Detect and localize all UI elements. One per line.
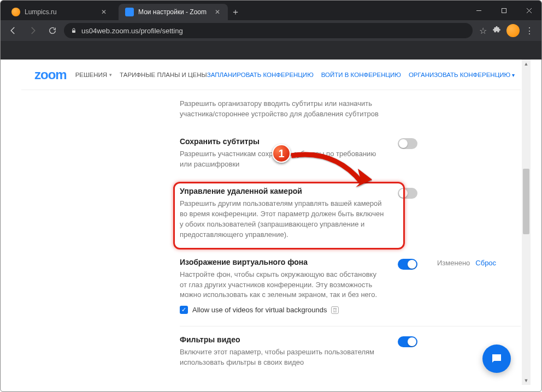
minimize-button[interactable] (466, 1, 491, 20)
toggle-switch[interactable] (398, 188, 417, 199)
setting-desc: Разрешить участникам сохранять субтитры … (180, 149, 385, 170)
reload-button[interactable] (44, 22, 61, 39)
nav-join[interactable]: ВОЙТИ В КОНФЕРЕНЦИЮ (321, 72, 401, 78)
extensions-icon[interactable] (492, 25, 501, 36)
chat-fab-button[interactable] (482, 345, 511, 373)
nav-plans[interactable]: ТАРИФНЫЕ ПЛАНЫ И ЦЕНЫ (120, 72, 207, 78)
browser-tab[interactable]: Мои настройки - Zoom ✕ (119, 4, 228, 20)
tab-favicon-icon (125, 8, 134, 16)
svg-rect-4 (72, 31, 75, 33)
setting-title: Изображение виртуального фона (180, 258, 385, 266)
page-content: zoom РЕШЕНИЯ ТАРИФНЫЕ ПЛАНЫ И ЦЕНЫ ЗАПЛА… (21, 60, 521, 385)
svg-rect-1 (502, 8, 506, 13)
url-input[interactable]: us04web.zoom.us/profile/setting (64, 23, 473, 38)
setting-desc: Разрешить организатору вводить субтитры … (180, 99, 385, 120)
nav-schedule[interactable]: ЗАПЛАНИРОВАТЬ КОНФЕРЕНЦИЮ (207, 72, 314, 78)
profile-avatar-icon[interactable] (506, 24, 520, 37)
lock-icon (70, 27, 77, 34)
browser-tab[interactable]: Lumpics.ru ✕ (5, 4, 114, 20)
settings-list: Разрешить организатору вводить субтитры … (21, 90, 521, 377)
browser-titlebar: Lumpics.ru ✕ Мои настройки - Zoom ✕ ＋ (1, 1, 541, 20)
scrollbar[interactable]: ▲ ▼ (522, 60, 531, 385)
zoom-header: zoom РЕШЕНИЯ ТАРИФНЫЕ ПЛАНЫ И ЦЕНЫ ЗАПЛА… (21, 60, 521, 90)
tab-title: Lumpics.ru (25, 8, 96, 16)
close-icon[interactable]: ✕ (214, 8, 221, 16)
window-close-button[interactable] (516, 1, 541, 20)
header-nav-right: ЗАПЛАНИРОВАТЬ КОНФЕРЕНЦИЮ ВОЙТИ В КОНФЕР… (207, 67, 521, 83)
tab-favicon-icon (11, 8, 20, 16)
setting-row-remote-camera: Управление удаленной камерой Разрешить д… (180, 178, 521, 248)
nav-host[interactable]: ОРГАНИЗОВАТЬ КОНФЕРЕНЦИЮ (409, 72, 515, 78)
bookmark-bar (1, 41, 541, 60)
header-nav-left: РЕШЕНИЯ ТАРИФНЫЕ ПЛАНЫ И ЦЕНЫ (75, 72, 207, 78)
toggle-switch[interactable] (398, 259, 417, 270)
toggle-switch[interactable] (398, 138, 417, 149)
setting-row: Фильтры видео Включите этот параметр, чт… (180, 326, 521, 377)
setting-title: Сохранить субтитры (180, 137, 385, 146)
back-button[interactable] (5, 22, 21, 39)
setting-desc: Настройте фон, чтобы скрыть окружающую в… (180, 270, 385, 301)
checkbox-label: Allow use of videos for virtual backgrou… (192, 306, 327, 314)
forward-button[interactable] (25, 22, 41, 39)
setting-title: Управление удаленной камерой (180, 187, 385, 195)
bookmark-icon[interactable]: ☆ (479, 26, 487, 36)
nav-solutions[interactable]: РЕШЕНИЯ (75, 72, 112, 78)
reset-link[interactable]: Сброс (475, 259, 496, 267)
setting-desc: Разрешить другим пользователям управлять… (180, 199, 385, 240)
changed-label: Изменено (437, 259, 470, 267)
setting-title: Фильтры видео (180, 335, 385, 344)
setting-row: Изображение виртуального фона Настройте … (180, 249, 521, 323)
zoom-logo[interactable]: zoom (34, 67, 67, 82)
close-icon[interactable]: ✕ (100, 8, 108, 16)
setting-desc: Включите этот параметр, чтобы разрешить … (180, 347, 385, 368)
help-icon[interactable]: ⍰ (331, 306, 339, 314)
new-tab-button[interactable]: ＋ (228, 4, 243, 20)
setting-row: Разрешить организатору вводить субтитры … (180, 90, 521, 128)
scrollbar-thumb[interactable] (523, 169, 529, 234)
setting-row: Сохранить субтитры Разрешить участникам … (180, 128, 521, 179)
maximize-button[interactable] (491, 1, 516, 20)
chat-icon (490, 352, 503, 365)
scroll-down-icon[interactable]: ▼ (522, 376, 531, 385)
checkbox-row[interactable]: ✓ Allow use of videos for virtual backgr… (180, 306, 385, 314)
toggle-switch[interactable] (398, 336, 417, 347)
menu-icon[interactable]: ⋮ (525, 26, 534, 36)
scroll-up-icon[interactable]: ▲ (522, 60, 531, 68)
browser-address-bar: us04web.zoom.us/profile/setting ☆ ⋮ (1, 20, 541, 41)
checkbox-icon[interactable]: ✓ (180, 306, 188, 314)
window-controls (466, 1, 541, 20)
url-text: us04web.zoom.us/profile/setting (81, 27, 183, 35)
tab-title: Мои настройки - Zoom (138, 8, 209, 16)
